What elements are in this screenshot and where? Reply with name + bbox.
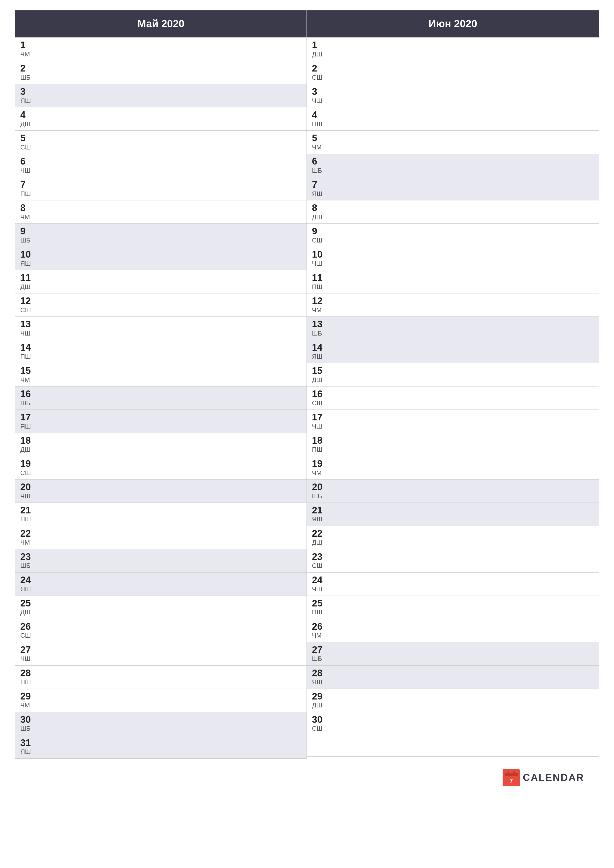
logo-icon: 7 [503, 769, 520, 786]
day-abbr: ЧМ [20, 376, 302, 384]
day-number: 6 [20, 157, 302, 167]
day-number: 29 [312, 691, 594, 702]
day-abbr: ЧШ [20, 167, 302, 174]
day-abbr: ЧШ [312, 585, 594, 593]
empty-june-31 [307, 735, 598, 756]
day-number: 7 [20, 180, 302, 190]
day-number: 15 [20, 366, 302, 376]
day-abbr: СШ [20, 306, 302, 314]
may-day-14: 14ПШ [16, 340, 306, 363]
day-number: 1 [312, 40, 594, 51]
day-abbr: ЧШ [20, 330, 302, 337]
may-day-28: 28ПШ [16, 666, 306, 689]
days-container: 1ЧМ2ШБ3ЯШ4ДШ5СШ6ЧШ7ПШ8ЧМ9ШБ10ЯШ11ДШ12СШ1… [16, 37, 598, 759]
day-abbr: ШБ [20, 237, 302, 244]
day-number: 24 [20, 575, 302, 586]
day-number: 7 [312, 180, 594, 190]
day-number: 16 [20, 389, 302, 399]
day-number: 27 [312, 645, 594, 655]
day-number: 9 [312, 226, 594, 237]
june-day-6: 6ШБ [307, 154, 598, 177]
june-day-18: 18ПШ [307, 433, 598, 456]
june-day-22: 22ДШ [307, 526, 598, 549]
june-header: Июн 2020 [307, 10, 598, 37]
day-number: 19 [312, 459, 594, 469]
june-day-10: 10ЧШ [307, 247, 598, 270]
day-abbr: ПШ [312, 446, 594, 454]
day-number: 2 [20, 64, 302, 74]
day-number: 13 [312, 319, 594, 330]
day-abbr: СШ [20, 632, 302, 639]
day-abbr: СШ [20, 469, 302, 477]
day-abbr: СШ [312, 74, 594, 81]
june-day-16: 16СШ [307, 386, 598, 410]
may-day-2: 2ШБ [16, 61, 306, 84]
june-day-24: 24ЧШ [307, 573, 598, 596]
day-number: 4 [312, 110, 594, 120]
day-number: 22 [20, 529, 302, 539]
day-abbr: ШБ [20, 725, 302, 732]
day-number: 23 [20, 552, 302, 562]
day-number: 30 [312, 715, 594, 725]
june-day-1: 1ДШ [307, 37, 598, 61]
day-number: 16 [312, 389, 594, 399]
day-abbr: ШБ [312, 492, 594, 500]
day-number: 21 [20, 505, 302, 516]
june-day-11: 11ПШ [307, 270, 598, 293]
june-day-25: 25ПШ [307, 596, 598, 619]
day-number: 27 [20, 645, 302, 655]
day-abbr: ЧМ [20, 539, 302, 546]
may-title: Май 2020 [137, 18, 185, 29]
day-number: 11 [20, 273, 302, 283]
day-number: 12 [312, 296, 594, 306]
day-number: 19 [20, 459, 302, 469]
june-day-9: 9СШ [307, 224, 598, 247]
day-number: 18 [312, 436, 594, 446]
day-abbr: ПШ [20, 515, 302, 523]
day-number: 30 [20, 715, 302, 725]
day-number: 2 [312, 64, 594, 74]
june-day-2: 2СШ [307, 61, 598, 84]
svg-rect-4 [513, 771, 515, 775]
june-day-7: 7ЯШ [307, 177, 598, 200]
day-abbr: СШ [312, 237, 594, 244]
day-number: 25 [312, 598, 594, 609]
june-title: Июн 2020 [429, 18, 477, 29]
day-abbr: ЯШ [312, 515, 594, 523]
day-number: 10 [20, 250, 302, 260]
may-day-25: 25ДШ [16, 596, 306, 619]
day-abbr: ЧШ [20, 655, 302, 663]
day-number: 8 [312, 203, 594, 213]
may-day-10: 10ЯШ [16, 247, 306, 270]
day-abbr: ЯШ [20, 97, 302, 105]
day-abbr: ЧМ [312, 144, 594, 151]
day-number: 17 [312, 412, 594, 423]
day-number: 4 [20, 110, 302, 120]
day-abbr: СШ [312, 399, 594, 407]
day-abbr: СШ [312, 725, 594, 732]
day-number: 24 [312, 575, 594, 586]
day-number: 29 [20, 691, 302, 702]
day-number: 3 [312, 87, 594, 97]
day-abbr: ЯШ [20, 423, 302, 430]
may-day-9: 9ШБ [16, 224, 306, 247]
day-abbr: ЧШ [312, 260, 594, 268]
day-abbr: ДШ [312, 376, 594, 384]
may-day-17: 17ЯШ [16, 410, 306, 433]
june-day-19: 19ЧМ [307, 456, 598, 479]
may-day-24: 24ЯШ [16, 573, 306, 596]
day-number: 10 [312, 250, 594, 260]
may-day-23: 23ШБ [16, 549, 306, 573]
day-abbr: ПШ [312, 120, 594, 128]
may-day-22: 22ЧМ [16, 526, 306, 549]
day-abbr: ШБ [20, 74, 302, 81]
day-number: 13 [20, 319, 302, 330]
day-abbr: ДШ [20, 446, 302, 454]
day-number: 14 [20, 343, 302, 353]
day-abbr: ЧМ [312, 632, 594, 639]
day-number: 12 [20, 296, 302, 306]
svg-rect-3 [508, 771, 509, 775]
june-column: 1ДШ2СШ3ЧШ4ПШ5ЧМ6ШБ7ЯШ8ДШ9СШ10ЧШ11ПШ12ЧМ1… [307, 37, 598, 759]
logo-text: CALENDAR [523, 772, 584, 783]
page: Май 2020 Июн 2020 1ЧМ2ШБ3ЯШ4ДШ5СШ6ЧШ7ПШ8… [0, 0, 614, 868]
